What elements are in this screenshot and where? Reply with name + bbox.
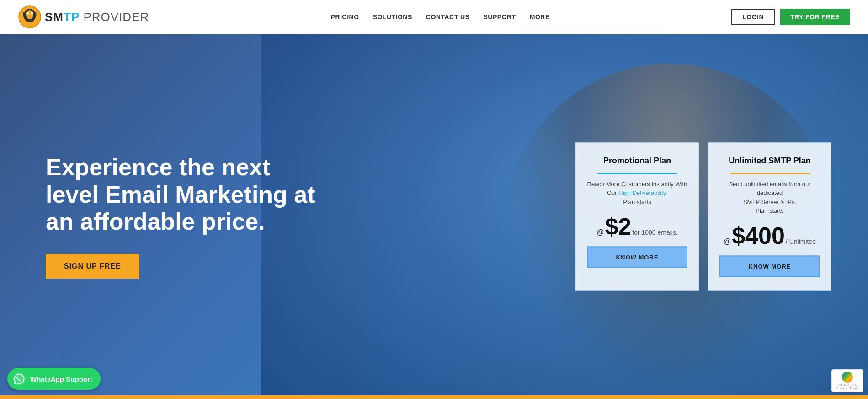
plan-card-promotional: Promotional Plan Reach More Customers In… — [575, 142, 699, 290]
plan-card-unlimited: Unlimited SMTP Plan Send unlimited email… — [708, 142, 831, 290]
logo[interactable]: SMTP PROVIDER — [18, 5, 149, 28]
plan-divider-unlimited — [730, 173, 810, 174]
svg-point-4 — [31, 12, 33, 15]
plan-title-unlimited: Unlimited SMTP Plan — [729, 156, 811, 165]
logo-text: SMTP PROVIDER — [45, 10, 149, 24]
plan-desc-link-promotional[interactable]: High Deliverability. — [618, 189, 667, 196]
recaptcha-badge: reCAPTCHAPrivacy · Terms — [831, 369, 863, 392]
plan-desc-promotional: Reach More Customers Instantly With Our … — [587, 179, 687, 206]
plan-desc-unlimited: Send unlimited emails from our dedicated… — [719, 179, 820, 215]
try-free-button[interactable]: TRY FOR FREE — [780, 9, 850, 25]
login-button[interactable]: LOGIN — [731, 9, 775, 25]
bottom-bar — [0, 395, 868, 398]
recaptcha-logo — [842, 372, 853, 383]
nav-item-support[interactable]: SUPPORT — [484, 13, 516, 21]
plan-title-promotional: Promotional Plan — [603, 156, 671, 165]
plan-cards: Promotional Plan Reach More Customers In… — [575, 142, 831, 290]
navbar: SMTP PROVIDER PRICING SOLUTIONS CONTACT … — [0, 0, 868, 34]
svg-point-3 — [26, 12, 29, 15]
plan-price-promotional: @ $2 for 1000 emails. — [596, 215, 678, 238]
whatsapp-icon — [13, 372, 26, 385]
know-more-button-unlimited[interactable]: KNOW MORE — [719, 255, 820, 277]
logo-icon — [18, 5, 41, 28]
nav-item-pricing[interactable]: PRICING — [331, 13, 359, 21]
recaptcha-text: reCAPTCHAPrivacy · Terms — [836, 383, 858, 390]
hero-content: Experience the next level Email Marketin… — [0, 154, 477, 279]
know-more-button-promotional[interactable]: KNOW MORE — [587, 247, 687, 268]
plan-divider-promotional — [597, 173, 677, 174]
whatsapp-support-button[interactable]: WhatsApp Support — [7, 368, 101, 390]
nav-item-solutions[interactable]: SOLUTIONS — [373, 13, 412, 21]
nav-item-more[interactable]: MORE — [530, 13, 550, 21]
nav-menu: PRICING SOLUTIONS CONTACT US SUPPORT MOR… — [331, 13, 550, 21]
svg-point-2 — [26, 10, 33, 19]
hero-headline: Experience the next level Email Marketin… — [46, 154, 329, 236]
whatsapp-label: WhatsApp Support — [30, 375, 92, 383]
navbar-actions: LOGIN TRY FOR FREE — [731, 9, 850, 25]
nav-item-contact[interactable]: CONTACT US — [426, 13, 470, 21]
hero-section: Experience the next level Email Marketin… — [0, 34, 868, 398]
signup-button[interactable]: SIGN UP FREE — [46, 254, 139, 279]
plan-price-unlimited: @ $400 / Unlimited — [724, 223, 816, 247]
